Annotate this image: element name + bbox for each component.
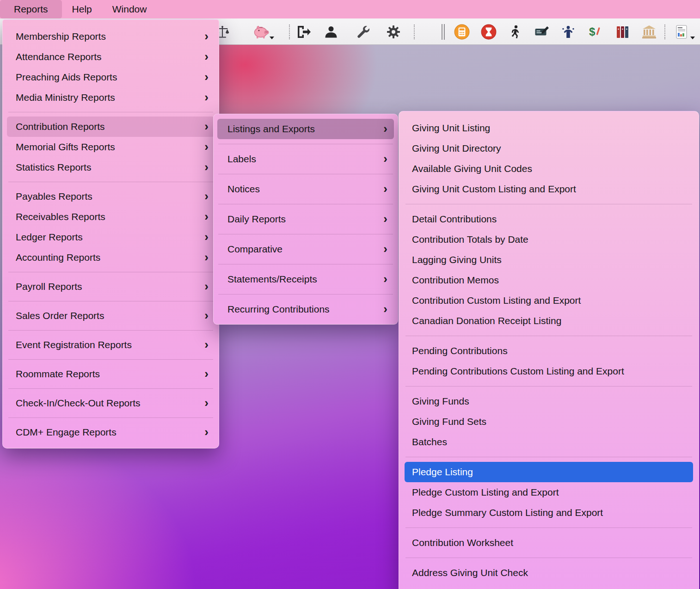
menu-item-pledge-custom-listing-and-export[interactable]: Pledge Custom Listing and Export xyxy=(399,482,699,503)
logout-icon[interactable] xyxy=(295,23,313,41)
piggy-bank-icon[interactable] xyxy=(252,23,270,41)
hourglass-icon[interactable] xyxy=(480,23,497,41)
menu-separator xyxy=(405,528,692,528)
menu-item-event-registration-reports[interactable]: Event Registration Reports › xyxy=(3,335,219,355)
contribution-reports-submenu: Listings and Exports › Labels › Notices … xyxy=(213,114,398,325)
menu-item-sales-order-reports[interactable]: Sales Order Reports › xyxy=(3,306,219,326)
wrench-icon[interactable] xyxy=(355,23,372,41)
money-icon[interactable]: $ xyxy=(586,23,604,41)
menu-item-label: Giving Fund Sets xyxy=(412,416,688,427)
menu-item-daily-reports[interactable]: Daily Reports › xyxy=(214,209,398,229)
menu-item-label: Available Giving Unit Codes xyxy=(412,163,688,174)
menu-item-media-ministry-reports[interactable]: Media Ministry Reports › xyxy=(3,87,219,108)
menu-item-label: Recurring Contributions xyxy=(227,304,383,315)
menu-separator xyxy=(405,386,692,387)
menu-item-pending-contributions[interactable]: Pending Contributions xyxy=(399,341,699,361)
menu-item-label: Payables Reports xyxy=(16,191,204,202)
menu-item-contribution-totals-by-date[interactable]: Contribution Totals by Date xyxy=(399,229,699,250)
menu-item-label: Pledge Summary Custom Listing and Export xyxy=(412,507,688,518)
chevron-right-icon: › xyxy=(383,243,387,255)
menu-item-pledge-listing[interactable]: Pledge Listing xyxy=(405,462,693,482)
menubar-item-window[interactable]: Window xyxy=(102,0,157,18)
menu-separator xyxy=(405,457,692,457)
dropdown-caret-icon xyxy=(690,37,695,39)
menu-separator xyxy=(8,388,213,389)
menu-item-label: Contribution Worksheet xyxy=(412,537,688,548)
menu-item-comparative[interactable]: Comparative › xyxy=(214,239,398,259)
dropdown-caret-icon xyxy=(270,37,274,39)
signature-icon[interactable] xyxy=(533,23,551,41)
menu-item-accounting-reports[interactable]: Accounting Reports › xyxy=(3,247,219,268)
menu-separator xyxy=(218,264,393,264)
binders-icon[interactable] xyxy=(614,23,632,41)
menu-item-preaching-aids-reports[interactable]: Preaching Aids Reports › xyxy=(3,67,219,87)
chevron-right-icon: › xyxy=(204,280,209,292)
menu-item-label: Ledger Reports xyxy=(16,232,204,243)
chevron-right-icon: › xyxy=(204,161,209,173)
chevron-right-icon: › xyxy=(383,123,387,135)
menu-item-listings-and-exports[interactable]: Listings and Exports › xyxy=(217,119,394,139)
menu-item-label: Receivables Reports xyxy=(16,211,204,222)
menu-item-giving-unit-listing[interactable]: Giving Unit Listing xyxy=(399,118,699,138)
menu-item-giving-funds[interactable]: Giving Funds xyxy=(399,391,699,411)
gear-icon[interactable] xyxy=(385,23,402,41)
menu-item-lagging-giving-units[interactable]: Lagging Giving Units xyxy=(399,250,699,270)
menu-item-batches[interactable]: Batches xyxy=(399,432,699,452)
menu-item-label: CDM+ Engage Reports xyxy=(16,427,204,438)
report-document-icon[interactable] xyxy=(673,23,691,41)
menu-item-pledge-summary-custom-listing-and-export[interactable]: Pledge Summary Custom Listing and Export xyxy=(399,503,699,523)
menu-item-labels[interactable]: Labels › xyxy=(214,149,398,169)
menubar-item-help[interactable]: Help xyxy=(62,0,102,18)
menu-item-membership-reports[interactable]: Membership Reports › xyxy=(3,26,219,47)
menu-item-memorial-gifts-reports[interactable]: Memorial Gifts Reports › xyxy=(3,137,219,157)
menu-item-giving-unit-directory[interactable]: Giving Unit Directory xyxy=(399,138,699,159)
menu-item-receivables-reports[interactable]: Receivables Reports › xyxy=(3,207,219,227)
people-icon[interactable] xyxy=(559,23,577,41)
menu-item-label: Listings and Exports xyxy=(227,123,383,135)
menu-item-detail-contributions[interactable]: Detail Contributions xyxy=(399,209,699,229)
menu-item-giving-unit-custom-listing-and-export[interactable]: Giving Unit Custom Listing and Export xyxy=(399,179,699,199)
menu-item-contribution-custom-listing-and-export[interactable]: Contribution Custom Listing and Export xyxy=(399,290,699,311)
toolbar-divider xyxy=(289,25,290,39)
menu-separator xyxy=(8,301,213,301)
menu-separator xyxy=(8,272,213,272)
menubar-item-reports[interactable]: Reports xyxy=(0,0,62,18)
menu-item-label: Detail Contributions xyxy=(412,214,688,225)
menu-item-giving-fund-sets[interactable]: Giving Fund Sets xyxy=(399,411,699,432)
menu-item-attendance-reports[interactable]: Attendance Reports › xyxy=(3,47,219,67)
chevron-right-icon: › xyxy=(204,426,209,438)
menu-item-contribution-worksheet[interactable]: Contribution Worksheet xyxy=(399,533,699,553)
menu-separator xyxy=(8,112,213,112)
menu-item-roommate-reports[interactable]: Roommate Reports › xyxy=(3,364,219,384)
menu-item-canadian-donation-receipt-listing[interactable]: Canadian Donation Receipt Listing xyxy=(399,311,699,331)
menu-item-check-in-check-out-reports[interactable]: Check-In/Check-Out Reports › xyxy=(3,393,219,413)
menu-item-address-giving-unit-check[interactable]: Address Giving Unit Check xyxy=(399,563,699,583)
chevron-right-icon: › xyxy=(204,231,209,243)
menu-item-statements-receipts[interactable]: Statements/Receipts › xyxy=(214,269,398,289)
menu-item-contribution-reports[interactable]: Contribution Reports › xyxy=(7,117,215,137)
chevron-right-icon: › xyxy=(204,338,209,350)
menu-item-label: Canadian Donation Receipt Listing xyxy=(412,315,688,326)
menu-item-label: Daily Reports xyxy=(227,214,383,225)
menu-item-available-giving-unit-codes[interactable]: Available Giving Unit Codes xyxy=(399,159,699,179)
menu-item-label: Giving Unit Directory xyxy=(412,143,688,154)
calculator-icon[interactable] xyxy=(453,23,471,41)
walking-person-icon[interactable] xyxy=(507,23,524,41)
menu-item-recurring-contributions[interactable]: Recurring Contributions › xyxy=(214,299,398,319)
menu-item-notices[interactable]: Notices › xyxy=(214,179,398,199)
menu-item-statistics-reports[interactable]: Statistics Reports › xyxy=(3,157,219,178)
menu-item-label: Giving Unit Custom Listing and Export xyxy=(412,184,688,195)
menu-item-payables-reports[interactable]: Payables Reports › xyxy=(3,186,219,207)
menu-item-ledger-reports[interactable]: Ledger Reports › xyxy=(3,227,219,247)
chevron-right-icon: › xyxy=(204,30,209,42)
bank-icon[interactable] xyxy=(640,23,658,41)
menu-item-label: Lagging Giving Units xyxy=(412,254,688,265)
chevron-right-icon: › xyxy=(204,210,209,222)
menu-item-cdm-engage-reports[interactable]: CDM+ Engage Reports › xyxy=(3,422,219,442)
menu-separator xyxy=(405,558,692,558)
menu-item-label: Labels xyxy=(227,153,383,165)
menu-item-pending-contributions-custom-listing-and-export[interactable]: Pending Contributions Custom Listing and… xyxy=(399,361,699,381)
menu-item-contribution-memos[interactable]: Contribution Memos xyxy=(399,270,699,290)
menu-item-payroll-reports[interactable]: Payroll Reports › xyxy=(3,276,219,297)
user-icon[interactable] xyxy=(322,23,340,41)
